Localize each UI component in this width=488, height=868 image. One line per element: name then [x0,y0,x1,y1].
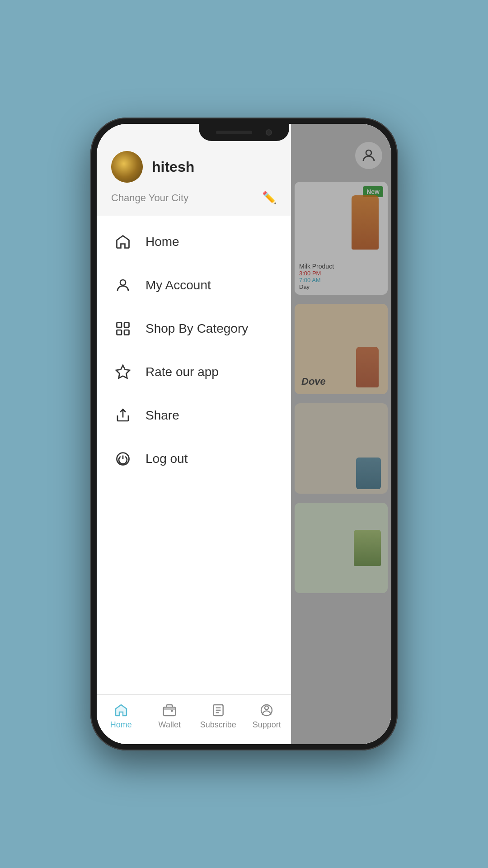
power-icon [113,449,133,469]
share-icon [113,406,133,425]
svg-point-9 [265,706,268,710]
account-icon [113,275,133,295]
svg-rect-3 [117,330,122,335]
city-row: Change Your City ✏️ [111,191,277,207]
menu-label-home: Home [145,235,179,249]
notch-camera [266,129,272,136]
menu-item-logout[interactable]: Log out [97,437,291,481]
menu-label-account: My Account [145,278,211,292]
app-background: New Milk Product 3:00 PM 7:00 AM Day Dov… [291,124,391,744]
svg-point-0 [120,280,126,285]
nav-subscribe-icon [210,702,226,718]
avatar-image [111,151,143,183]
nav-support-icon [258,702,275,718]
menu-label-share: Share [145,408,179,423]
drawer-menu-panel: hitesh Change Your City ✏️ [97,124,291,744]
home-svg [115,234,131,250]
grid-icon [113,319,133,339]
home-indicator [217,738,271,741]
menu-label-rate: Rate our app [145,365,219,379]
city-label: Change Your City [111,192,188,204]
user-row: hitesh [111,151,277,183]
notch-speaker [216,131,252,134]
nav-home-icon [113,702,129,718]
nav-item-home[interactable]: Home [97,702,145,730]
star-svg [115,364,131,380]
nav-label-support: Support [253,720,281,730]
menu-label-logout: Log out [145,452,188,466]
screen: hitesh Change Your City ✏️ [97,124,391,744]
menu-item-rate[interactable]: Rate our app [97,350,291,394]
username: hitesh [152,159,194,175]
menu-item-home[interactable]: Home [97,220,291,264]
edit-city-icon[interactable]: ✏️ [262,191,277,205]
nav-item-support[interactable]: Support [243,702,291,730]
nav-item-subscribe[interactable]: Subscribe [194,702,243,730]
screen-content: hitesh Change Your City ✏️ [97,124,391,744]
drawer-menu-list: Home My Account [97,216,291,744]
menu-item-share[interactable]: Share [97,394,291,437]
svg-rect-1 [117,323,122,328]
bottom-nav: Home Wallet [97,694,291,744]
star-icon [113,362,133,382]
svg-rect-2 [124,323,129,328]
share-svg [115,407,131,424]
nav-label-home: Home [110,720,132,730]
avatar [111,151,143,183]
nav-label-subscribe: Subscribe [200,720,236,730]
home-icon [113,232,133,252]
nav-item-wallet[interactable]: Wallet [145,702,194,730]
menu-item-shop[interactable]: Shop By Category [97,307,291,350]
nav-wallet-icon [161,702,178,718]
notch [199,124,289,141]
grid-svg [115,321,131,337]
account-svg [115,277,131,293]
svg-rect-4 [124,330,129,335]
phone-frame: hitesh Change Your City ✏️ [90,118,398,750]
dim-overlay [291,124,391,744]
menu-item-account[interactable]: My Account [97,264,291,307]
menu-label-shop: Shop By Category [145,321,248,336]
nav-label-wallet: Wallet [159,720,181,730]
power-svg [115,451,131,467]
